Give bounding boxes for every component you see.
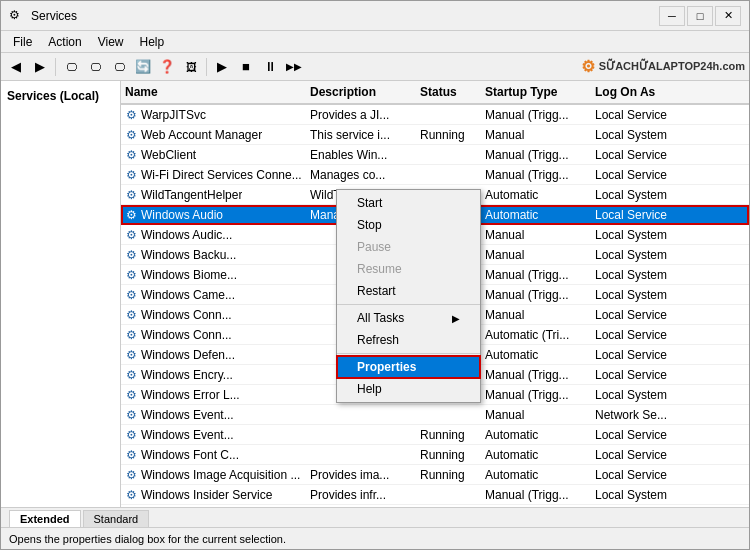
service-desc: Provides a JI... (306, 106, 416, 124)
pause-button[interactable]: ⏸ (259, 56, 281, 78)
menu-file[interactable]: File (5, 33, 40, 51)
table-row[interactable]: ⚙Windows InstallerAdds, modifi...ManualL… (121, 505, 749, 507)
table-row[interactable]: ⚙Windows Font C...RunningAutomaticLocal … (121, 445, 749, 465)
ctx-item-label: Start (357, 196, 382, 210)
service-logon: Local Service (591, 346, 691, 364)
status-bar: Opens the properties dialog box for the … (1, 527, 749, 549)
maximize-button[interactable]: □ (687, 6, 713, 26)
ctx-item-help[interactable]: Help (337, 378, 480, 400)
menu-action[interactable]: Action (40, 33, 89, 51)
table-row[interactable]: ⚙Windows Image Acquisition ...Provides i… (121, 465, 749, 485)
play-button[interactable]: ▶ (211, 56, 233, 78)
ctx-item-label: Stop (357, 218, 382, 232)
ctx-item-pause: Pause (337, 236, 480, 258)
ctx-item-label: Help (357, 382, 382, 396)
toolbar-sep-1 (55, 58, 56, 76)
ctx-item-label: All Tasks (357, 311, 404, 325)
view-btn-1[interactable]: 🖵 (60, 56, 82, 78)
table-row[interactable]: ⚙Wi-Fi Direct Services Conne...Manages c… (121, 165, 749, 185)
col-header-name[interactable]: Name (121, 83, 306, 101)
refresh-button[interactable]: 🔄 (132, 56, 154, 78)
service-desc (306, 433, 416, 437)
menu-view[interactable]: View (90, 33, 132, 51)
service-icon: ⚙ (123, 227, 139, 243)
service-name-cell: ⚙Windows Image Acquisition ... (121, 467, 306, 483)
resume-button[interactable]: ▶▶ (283, 56, 305, 78)
stop-button[interactable]: ■ (235, 56, 257, 78)
service-name-cell: ⚙Web Account Manager (121, 127, 306, 143)
col-header-logon[interactable]: Log On As (591, 83, 691, 101)
service-status: Running (416, 446, 481, 464)
table-row[interactable]: ⚙WebClientEnables Win...Manual (Trigg...… (121, 145, 749, 165)
service-logon: Local System (591, 266, 691, 284)
service-name-text: Wi-Fi Direct Services Conne... (141, 168, 302, 182)
ctx-item-start[interactable]: Start (337, 192, 480, 214)
service-logon: Local System (591, 506, 691, 508)
help-button[interactable]: ❓ (156, 56, 178, 78)
service-name-cell: ⚙WebClient (121, 147, 306, 163)
forward-button[interactable]: ▶ (29, 56, 51, 78)
service-startup: Manual (Trigg... (481, 106, 591, 124)
ctx-item-stop[interactable]: Stop (337, 214, 480, 236)
service-icon: ⚙ (123, 247, 139, 263)
col-header-desc[interactable]: Description (306, 83, 416, 101)
table-row[interactable]: ⚙WarpJITSvcProvides a JI...Manual (Trigg… (121, 105, 749, 125)
service-icon: ⚙ (123, 447, 139, 463)
service-name-cell: ⚙Windows Biome... (121, 267, 306, 283)
main-window: ⚙ Services ─ □ ✕ File Action View Help ◀… (0, 0, 750, 550)
service-desc: Adds, modifi... (306, 506, 416, 508)
service-icon: ⚙ (123, 187, 139, 203)
window-icon: ⚙ (9, 8, 25, 24)
ctx-item-label: Restart (357, 284, 396, 298)
service-name-cell: ⚙Windows Font C... (121, 447, 306, 463)
service-name-text: Windows Came... (141, 288, 235, 302)
ctx-item-all-tasks[interactable]: All Tasks▶ (337, 307, 480, 329)
table-row[interactable]: ⚙Windows Event...RunningAutomaticLocal S… (121, 425, 749, 445)
service-logon: Local System (591, 386, 691, 404)
service-name-cell: ⚙Windows Error L... (121, 387, 306, 403)
service-status (416, 173, 481, 177)
service-icon: ⚙ (123, 267, 139, 283)
service-logon: Local Service (591, 426, 691, 444)
ctx-item-refresh[interactable]: Refresh (337, 329, 480, 351)
col-header-startup[interactable]: Startup Type (481, 83, 591, 101)
menu-help[interactable]: Help (132, 33, 173, 51)
window-title: Services (31, 9, 77, 23)
table-row[interactable]: ⚙Windows Insider ServiceProvides infr...… (121, 485, 749, 505)
tab-standard[interactable]: Standard (83, 510, 150, 527)
title-bar-left: ⚙ Services (9, 8, 77, 24)
close-button[interactable]: ✕ (715, 6, 741, 26)
back-button[interactable]: ◀ (5, 56, 27, 78)
title-bar-controls: ─ □ ✕ (659, 6, 741, 26)
col-header-status[interactable]: Status (416, 83, 481, 101)
tab-extended[interactable]: Extended (9, 510, 81, 527)
service-name-text: Windows Defen... (141, 348, 235, 362)
view-btn-3[interactable]: 🖵 (108, 56, 130, 78)
ctx-item-resume: Resume (337, 258, 480, 280)
export-button[interactable]: 🖼 (180, 56, 202, 78)
service-startup: Automatic (481, 466, 591, 484)
service-name-text: Windows Conn... (141, 308, 232, 322)
ctx-item-restart[interactable]: Restart (337, 280, 480, 302)
service-desc: This service i... (306, 126, 416, 144)
minimize-button[interactable]: ─ (659, 6, 685, 26)
ctx-item-properties[interactable]: Properties (337, 356, 480, 378)
service-name-text: Windows Conn... (141, 328, 232, 342)
service-startup: Manual (481, 246, 591, 264)
view-btn-2[interactable]: 🖵 (84, 56, 106, 78)
service-logon: Local System (591, 486, 691, 504)
table-row[interactable]: ⚙Web Account ManagerThis service i...Run… (121, 125, 749, 145)
service-startup: Manual (481, 306, 591, 324)
toolbar-sep-2 (206, 58, 207, 76)
service-logon: Local Service (591, 446, 691, 464)
table-row[interactable]: ⚙Windows Event...ManualNetwork Se... (121, 405, 749, 425)
service-startup: Manual (Trigg... (481, 146, 591, 164)
service-logon: Local Service (591, 326, 691, 344)
service-icon: ⚙ (123, 427, 139, 443)
ctx-arrow-icon: ▶ (452, 313, 460, 324)
service-name-text: WildTangentHelper (141, 188, 242, 202)
service-name-cell: ⚙Windows Conn... (121, 307, 306, 323)
context-menu: StartStopPauseResumeRestartAll Tasks▶Ref… (336, 189, 481, 403)
service-name-text: Windows Biome... (141, 268, 237, 282)
service-status (416, 153, 481, 157)
